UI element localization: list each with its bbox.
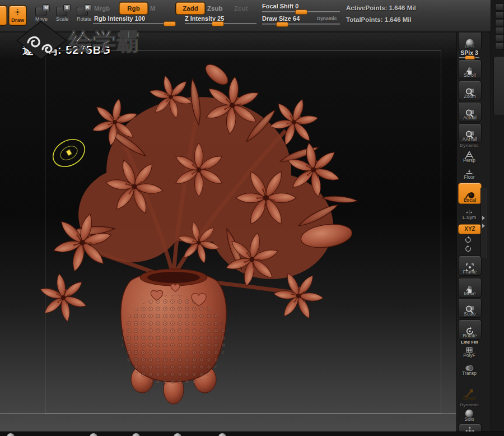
actual-label: Actual xyxy=(463,115,477,121)
move-badge: M xyxy=(43,4,50,11)
bottom-tray-edge[interactable] xyxy=(0,432,504,436)
active-points-stat: ActivePoints: 1.646 Mil xyxy=(346,4,416,11)
divider-arrow-icon xyxy=(482,216,485,220)
frame-button[interactable]: Frame xyxy=(458,256,482,276)
draw-size-slider[interactable] xyxy=(262,24,340,25)
solo-button[interactable]: Solo xyxy=(458,407,480,423)
xyz-button[interactable]: XYZ xyxy=(458,224,482,234)
scale-canvas-label: Scale xyxy=(464,311,475,317)
scale-canvas-button[interactable]: Scale xyxy=(458,298,482,318)
tray-sphere-icon xyxy=(218,433,226,436)
lsym-label: L.Sym xyxy=(463,215,476,221)
clipped-left-button[interactable] xyxy=(0,6,7,25)
scroll-button[interactable]: Scroll xyxy=(458,59,482,79)
persp-label: Persp xyxy=(463,157,475,164)
tray-sphere-icon xyxy=(132,433,140,436)
polyf-label: PolyF xyxy=(463,352,475,359)
mrgb-button[interactable]: Mrgb xyxy=(94,5,110,12)
vase xyxy=(121,269,227,404)
ghost-label: Ghost xyxy=(463,395,476,401)
bpr-button[interactable]: BPR xyxy=(458,31,482,50)
spin-ccw-icon xyxy=(464,236,472,244)
local-button[interactable]: Local xyxy=(458,183,482,204)
move-canvas-button[interactable]: Move xyxy=(458,278,482,298)
draw-size-handle[interactable] xyxy=(276,22,288,27)
zoom-button[interactable]: Zoom xyxy=(458,81,482,100)
edge-mini-button[interactable] xyxy=(495,19,504,26)
local-label: Local xyxy=(464,197,476,203)
scale-badge: S xyxy=(63,4,71,11)
move-canvas-label: Move xyxy=(464,291,476,297)
actual-button[interactable]: Actual xyxy=(458,102,482,122)
transp-button[interactable]: Transp xyxy=(458,361,480,377)
scroll-label: Scroll xyxy=(464,72,475,78)
rgb-intensity-handle[interactable] xyxy=(164,21,176,26)
edge-mini-button[interactable] xyxy=(495,27,504,34)
zbrush-window: Draw M Move S Scale R Rotate Mrgb Rgb M … xyxy=(0,0,504,436)
logo-text: 绘学霸 xyxy=(68,29,139,55)
persp-button[interactable]: Persp xyxy=(458,147,480,164)
focal-shift-label: Focal Shift 0 xyxy=(262,3,298,10)
rotate-canvas-label: Rotate xyxy=(463,333,477,339)
draw-size-value: 64 xyxy=(293,15,300,22)
spin-cw-button[interactable] xyxy=(464,245,472,253)
spix-value: 3 xyxy=(475,49,478,56)
edge-mini-button[interactable] xyxy=(495,35,504,42)
graduation-cap-icon xyxy=(17,21,66,59)
total-points-stat: TotalPoints: 1.646 Mil xyxy=(346,16,412,23)
draw-size-label: Draw Size 64 xyxy=(262,15,300,22)
frame-label: Frame xyxy=(463,269,477,275)
zoom-label: Zoom xyxy=(464,94,476,100)
brush-cursor xyxy=(48,134,90,172)
zadd-button[interactable]: Zadd xyxy=(176,2,205,15)
edge-mini-button[interactable] xyxy=(495,3,504,11)
tray-sphere-icon xyxy=(7,433,15,436)
z-intensity-handle[interactable] xyxy=(212,21,224,26)
transp-label: Transp xyxy=(462,370,477,377)
polyf-button[interactable]: PolyF xyxy=(458,344,480,359)
tray-sphere-icon xyxy=(90,433,97,436)
edge-mini-button[interactable] xyxy=(495,11,504,18)
aahalf-button[interactable]: AAHalf xyxy=(458,123,482,143)
edge-mini-button[interactable] xyxy=(495,43,504,50)
focal-shift-slider[interactable] xyxy=(262,11,340,12)
floor-label: Floor xyxy=(464,174,474,180)
spin-cw-icon xyxy=(464,245,472,253)
rgb-button[interactable]: Rgb xyxy=(119,2,148,15)
z-intensity-slider[interactable] xyxy=(185,23,256,24)
aahalf-label: AAHalf xyxy=(463,136,477,142)
floor-button[interactable]: Floor xyxy=(458,166,480,180)
rotate-badge: R xyxy=(84,4,91,11)
ghost-button[interactable]: Ghost xyxy=(458,380,480,401)
rotate-canvas-button[interactable]: Rotate xyxy=(458,319,482,340)
tray-divider[interactable] xyxy=(480,188,487,258)
lsym-button[interactable]: L.Sym xyxy=(458,208,480,221)
sculpt-model-lily-bouquet[interactable] xyxy=(31,58,367,414)
focal-shift-value: 0 xyxy=(295,3,298,10)
xyz-label: XYZ xyxy=(464,226,475,232)
right-edge-strip xyxy=(491,0,504,436)
focal-shift-handle[interactable] xyxy=(295,10,307,15)
divider-arrow-icon xyxy=(482,224,485,228)
spix-slider[interactable] xyxy=(459,57,479,58)
spin-ccw-button[interactable] xyxy=(464,236,472,244)
tray-sphere-icon xyxy=(174,433,181,436)
dynamic-toggle[interactable]: Dynamic xyxy=(317,16,337,21)
zsub-button[interactable]: Zsub xyxy=(207,5,222,12)
document-canvas[interactable] xyxy=(0,33,456,432)
m-button[interactable]: M xyxy=(150,5,156,12)
huixueba-logo: 绘学霸 xyxy=(16,15,147,61)
solo-label: Solo xyxy=(464,416,474,423)
zcut-button[interactable]: Zcut xyxy=(234,5,248,12)
edge-panel[interactable] xyxy=(493,56,504,116)
